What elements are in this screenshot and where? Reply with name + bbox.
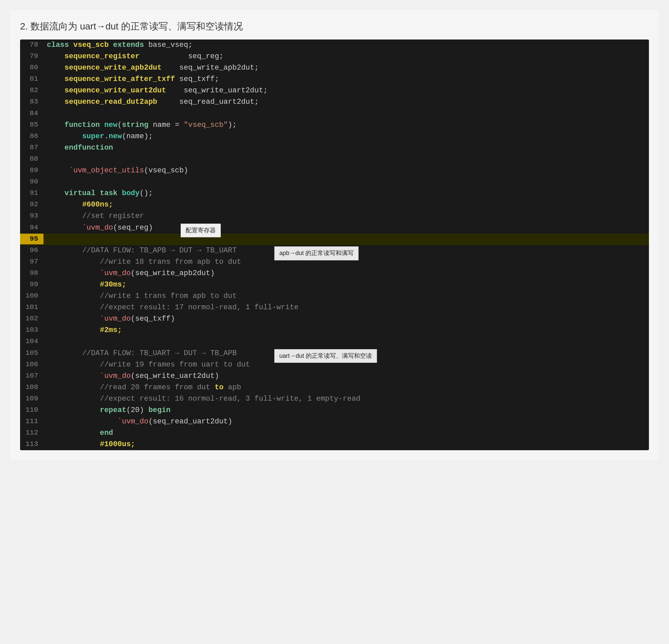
line-num-82: 82 bbox=[20, 85, 43, 96]
code-content-94: `uvm_do(seq_reg) bbox=[43, 222, 649, 234]
line-num-79: 79 bbox=[20, 51, 43, 62]
line-num-107: 107 bbox=[20, 370, 43, 381]
section-header: 2. 数据流向为 uart→dut 的正常读写、满写和空读情况 bbox=[20, 20, 649, 33]
code-line-93: 93 //set register bbox=[20, 211, 649, 222]
code-line-86: 86 super.new(name); bbox=[20, 131, 649, 142]
code-content-111: `uvm_do(seq_read_uart2dut) bbox=[43, 416, 649, 428]
code-content-87: endfunction bbox=[43, 142, 649, 154]
line-num-108: 108 bbox=[20, 382, 43, 393]
code-content-84 bbox=[43, 108, 649, 120]
line-num-100: 100 bbox=[20, 291, 43, 302]
section-title: 数据流向为 uart→dut 的正常读写、满写和空读情况 bbox=[30, 21, 243, 31]
code-line-104: 104 bbox=[20, 336, 649, 347]
code-content-109: //expect result: 16 normol-read, 3 full-… bbox=[43, 393, 649, 405]
annotation-apb-dut: apb→dut 的正常读写和满写 bbox=[274, 246, 359, 261]
code-line-82: 82 sequence_write_uart2dut seq_write_uar… bbox=[20, 85, 649, 96]
line-num-90: 90 bbox=[20, 177, 43, 187]
code-line-94: 94 `uvm_do(seq_reg) 配置寄存器 bbox=[20, 222, 649, 234]
line-num-83: 83 bbox=[20, 96, 43, 108]
line-num-84: 84 bbox=[20, 108, 43, 119]
code-content-88 bbox=[43, 154, 649, 165]
code-line-80: 80 sequence_write_apb2dut seq_write_apb2… bbox=[20, 62, 649, 74]
line-num-111: 111 bbox=[20, 416, 43, 427]
code-line-108: 108 //read 20 frames from dut to apb bbox=[20, 382, 649, 393]
code-line-92: 92 #600ns; bbox=[20, 199, 649, 211]
line-num-103: 103 bbox=[20, 325, 43, 336]
annotation-configure-register: 配置寄存器 bbox=[181, 224, 221, 238]
code-content-82: sequence_write_uart2dut seq_write_uart2d… bbox=[43, 85, 649, 96]
code-content-91: virtual task body(); bbox=[43, 188, 649, 199]
code-content-98: `uvm_do(seq_write_apb2dut) bbox=[43, 268, 649, 279]
code-content-101: //expect result: 17 normol-read, 1 full-… bbox=[43, 302, 649, 313]
code-content-113: #1000us; bbox=[43, 439, 649, 450]
code-line-84: 84 bbox=[20, 108, 649, 120]
annotation-configure-register-text: 配置寄存器 bbox=[186, 227, 216, 234]
code-line-103: 103 #2ms; bbox=[20, 325, 649, 336]
code-container: 78 class vseq_scb extends base_vseq; 79 … bbox=[20, 40, 649, 450]
code-content-100: //write 1 trans from apb to dut bbox=[43, 291, 649, 302]
line-num-93: 93 bbox=[20, 211, 43, 222]
line-num-80: 80 bbox=[20, 62, 43, 73]
code-line-90: 90 bbox=[20, 177, 649, 188]
code-line-89: 89 `uvm_object_utils(vseq_scb) bbox=[20, 165, 649, 177]
annotation-uart-dut: uart→dut 的正常读写、满写和空读 bbox=[274, 349, 377, 363]
code-line-110: 110 repeat(20) begin bbox=[20, 405, 649, 416]
page-container: 2. 数据流向为 uart→dut 的正常读写、满写和空读情况 78 class… bbox=[10, 10, 659, 460]
annotation-uart-dut-text: uart→dut 的正常读写、满写和空读 bbox=[279, 352, 372, 359]
code-line-78: 78 class vseq_scb extends base_vseq; bbox=[20, 40, 649, 51]
line-num-104: 104 bbox=[20, 336, 43, 347]
code-content-78: class vseq_scb extends base_vseq; bbox=[43, 40, 649, 51]
code-line-85: 85 function new(string name = "vseq_scb"… bbox=[20, 120, 649, 131]
code-content-80: sequence_write_apb2dut seq_write_apb2dut… bbox=[43, 62, 649, 74]
code-line-109: 109 //expect result: 16 normol-read, 3 f… bbox=[20, 393, 649, 405]
code-content-112: end bbox=[43, 428, 649, 439]
code-line-87: 87 endfunction bbox=[20, 142, 649, 154]
line-num-86: 86 bbox=[20, 131, 43, 142]
code-content-92: #600ns; bbox=[43, 199, 649, 211]
code-content-95 bbox=[43, 234, 649, 245]
line-num-101: 101 bbox=[20, 302, 43, 313]
line-num-97: 97 bbox=[20, 256, 43, 267]
code-content-93: //set register bbox=[43, 211, 649, 222]
code-line-100: 100 //write 1 trans from apb to dut bbox=[20, 291, 649, 302]
line-num-95: 95 bbox=[20, 234, 43, 245]
line-num-96: 96 bbox=[20, 245, 43, 256]
section-number: 2. bbox=[20, 21, 28, 31]
code-content-110: repeat(20) begin bbox=[43, 405, 649, 416]
line-num-94: 94 bbox=[20, 222, 43, 233]
line-num-85: 85 bbox=[20, 120, 43, 130]
code-content-108: //read 20 frames from dut to apb bbox=[43, 382, 649, 393]
code-content-103: #2ms; bbox=[43, 325, 649, 336]
code-content-107: `uvm_do(seq_write_uart2dut) bbox=[43, 370, 649, 382]
code-line-113: 113 #1000us; bbox=[20, 439, 649, 450]
code-line-101: 101 //expect result: 17 normol-read, 1 f… bbox=[20, 302, 649, 313]
line-num-106: 106 bbox=[20, 359, 43, 370]
code-line-96: 96 //DATA FLOW: TB_APB → DUT → TB_UART a… bbox=[20, 245, 649, 256]
code-line-83: 83 sequence_read_dut2apb seq_read_uart2d… bbox=[20, 96, 649, 108]
code-content-104 bbox=[43, 336, 649, 347]
code-line-95: 95 bbox=[20, 234, 649, 245]
line-num-89: 89 bbox=[20, 165, 43, 176]
line-num-88: 88 bbox=[20, 154, 43, 165]
line-num-102: 102 bbox=[20, 313, 43, 324]
code-line-88: 88 bbox=[20, 154, 649, 165]
line-num-109: 109 bbox=[20, 393, 43, 404]
line-num-91: 91 bbox=[20, 188, 43, 199]
annotation-apb-dut-text: apb→dut 的正常读写和满写 bbox=[279, 250, 354, 256]
code-line-98: 98 `uvm_do(seq_write_apb2dut) bbox=[20, 268, 649, 279]
line-num-112: 112 bbox=[20, 428, 43, 438]
line-num-110: 110 bbox=[20, 405, 43, 416]
code-line-105: 105 //DATA FLOW: TB_UART → DUT → TB_APB … bbox=[20, 348, 649, 359]
code-content-89: `uvm_object_utils(vseq_scb) bbox=[43, 165, 649, 177]
code-content-86: super.new(name); bbox=[43, 131, 649, 142]
code-content-90 bbox=[43, 177, 649, 188]
line-num-87: 87 bbox=[20, 142, 43, 153]
line-num-105: 105 bbox=[20, 348, 43, 359]
code-line-111: 111 `uvm_do(seq_read_uart2dut) bbox=[20, 416, 649, 428]
code-content-85: function new(string name = "vseq_scb"); bbox=[43, 120, 649, 131]
code-line-102: 102 `uvm_do(seq_txff) bbox=[20, 313, 649, 325]
line-num-78: 78 bbox=[20, 40, 43, 51]
line-num-81: 81 bbox=[20, 74, 43, 85]
code-line-112: 112 end bbox=[20, 428, 649, 439]
line-num-98: 98 bbox=[20, 268, 43, 279]
